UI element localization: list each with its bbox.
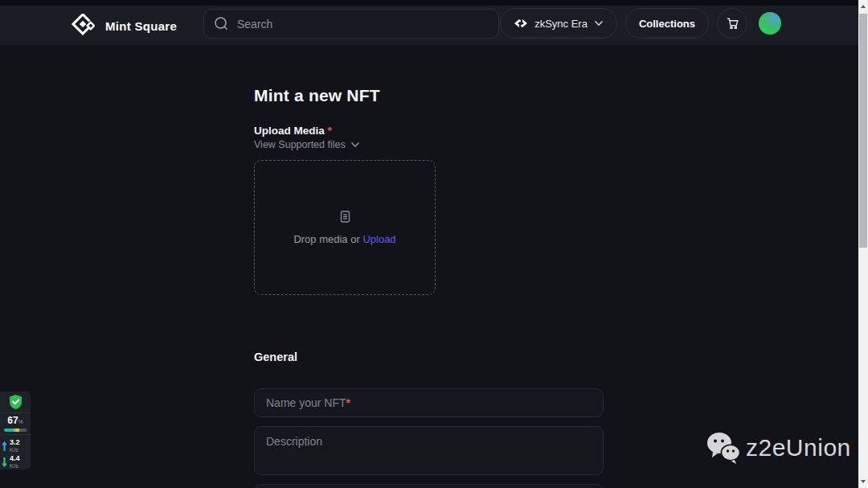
mint-square-logo-icon (71, 14, 95, 38)
required-asterisk: * (328, 125, 332, 137)
network-label: zkSync Era (534, 18, 588, 30)
general-section-heading: General (254, 351, 297, 363)
document-icon (338, 210, 352, 223)
drop-media-text: Drop media or Upload (293, 233, 395, 245)
top-strip (0, 0, 868, 6)
download-speed-unit: K/s (10, 462, 20, 470)
collections-button[interactable]: Collections (625, 8, 709, 39)
cart-icon (724, 15, 740, 31)
brand-name: Mint Square (105, 19, 177, 33)
download-arrow-icon (2, 457, 7, 467)
search-bar[interactable] (203, 9, 499, 39)
search-icon (214, 16, 229, 31)
scroll-up-icon (861, 5, 866, 8)
download-speed-row: 4.4 K/s (2, 455, 29, 470)
page-title: Mint a new NFT (254, 86, 380, 105)
watermark: z2eUnion (706, 431, 851, 465)
navbar: Mint Square zkSync E (0, 6, 858, 45)
description-field[interactable] (254, 426, 604, 475)
divider (0, 412, 31, 413)
upload-arrow-icon (2, 441, 7, 451)
nft-name-field[interactable]: Name your NFT* (254, 388, 604, 417)
mint-square-app: Mint Square zkSync E (0, 0, 868, 488)
scroll-down-button[interactable] (858, 475, 868, 488)
search-input[interactable] (237, 18, 489, 31)
zksync-icon (514, 18, 528, 28)
upload-speed-row: 3.2 K/s (2, 439, 29, 453)
nft-name-placeholder: Name your NFT* (266, 396, 350, 409)
upload-speed-value: 3.2 (10, 439, 20, 446)
scrollbar-thumb[interactable] (859, 14, 867, 248)
security-shield-icon (8, 394, 23, 410)
account-avatar[interactable] (759, 12, 781, 35)
wechat-icon (706, 431, 741, 465)
required-asterisk: * (346, 396, 350, 409)
chevron-down-icon (594, 20, 604, 27)
system-monitor-overlay[interactable]: 67% 3.2 K/s 4.4 K/s (0, 392, 31, 470)
description-textarea[interactable] (266, 435, 592, 466)
scroll-down-icon (861, 480, 866, 483)
divider (0, 434, 31, 435)
usage-percent: 67% (7, 416, 23, 427)
download-speed-value: 4.4 (10, 455, 20, 462)
view-supported-files-toggle[interactable]: View Supported files (254, 139, 360, 150)
upload-media-label: Upload Media * (254, 125, 332, 137)
scroll-up-button[interactable] (858, 0, 868, 13)
navbar-actions: zkSync Era Collections (500, 8, 781, 39)
upload-link[interactable]: Upload (362, 233, 395, 245)
watermark-text: z2eUnion (746, 434, 851, 461)
cart-button[interactable] (717, 8, 747, 39)
vertical-scrollbar[interactable] (858, 0, 868, 488)
upload-speed-unit: K/s (10, 446, 20, 453)
brand-logo-link[interactable]: Mint Square (71, 14, 177, 38)
collections-label: Collections (639, 18, 695, 30)
usage-bar (4, 429, 27, 432)
network-selector[interactable]: zkSync Era (500, 8, 617, 39)
next-field-partial[interactable] (254, 484, 604, 488)
chevron-down-icon (350, 141, 360, 148)
media-dropzone[interactable]: Drop media or Upload (254, 160, 436, 295)
